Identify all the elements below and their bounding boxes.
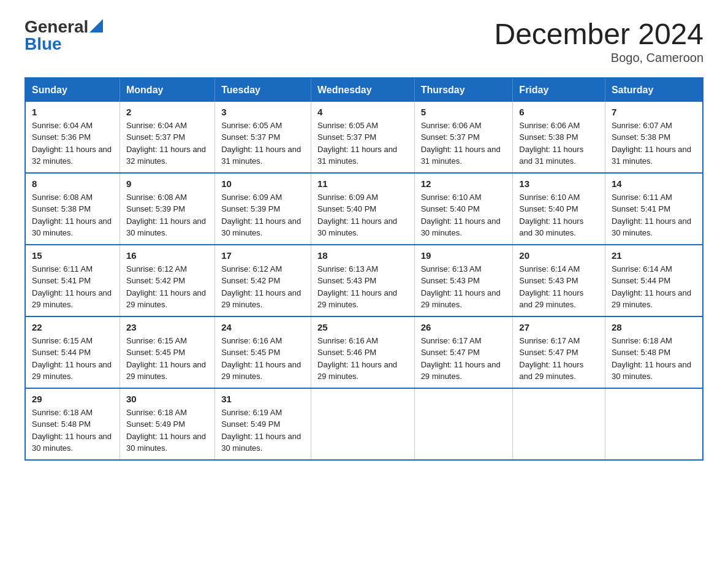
header-friday: Friday <box>513 78 605 102</box>
day-info: Sunrise: 6:12 AMSunset: 5:42 PMDaylight:… <box>126 263 208 311</box>
day-info: Sunrise: 6:11 AMSunset: 5:41 PMDaylight:… <box>612 191 696 239</box>
day-number: 10 <box>221 178 305 189</box>
day-info: Sunrise: 6:13 AMSunset: 5:43 PMDaylight:… <box>421 263 507 311</box>
day-number: 7 <box>612 107 696 117</box>
day-number: 14 <box>612 178 696 189</box>
day-info: Sunrise: 6:05 AMSunset: 5:37 PMDaylight:… <box>317 120 408 167</box>
calendar-cell: 26Sunrise: 6:17 AMSunset: 5:47 PMDayligh… <box>414 316 513 388</box>
day-info: Sunrise: 6:06 AMSunset: 5:37 PMDaylight:… <box>421 120 507 167</box>
day-info: Sunrise: 6:06 AMSunset: 5:38 PMDaylight:… <box>519 120 599 167</box>
calendar-cell: 18Sunrise: 6:13 AMSunset: 5:43 PMDayligh… <box>311 245 415 316</box>
day-info: Sunrise: 6:04 AMSunset: 5:37 PMDaylight:… <box>126 120 208 167</box>
day-info: Sunrise: 6:09 AMSunset: 5:39 PMDaylight:… <box>221 191 305 239</box>
calendar-cell: 19Sunrise: 6:13 AMSunset: 5:43 PMDayligh… <box>414 245 513 316</box>
day-info: Sunrise: 6:07 AMSunset: 5:38 PMDaylight:… <box>612 120 696 167</box>
day-number: 24 <box>221 322 305 332</box>
calendar-cell <box>311 388 415 460</box>
day-number: 31 <box>221 394 305 404</box>
day-number: 12 <box>421 178 507 189</box>
calendar-cell: 9Sunrise: 6:08 AMSunset: 5:39 PMDaylight… <box>119 173 214 245</box>
day-number: 2 <box>126 107 208 117</box>
day-info: Sunrise: 6:08 AMSunset: 5:38 PMDaylight:… <box>32 191 113 239</box>
day-info: Sunrise: 6:18 AMSunset: 5:48 PMDaylight:… <box>612 335 696 383</box>
day-number: 25 <box>317 322 408 332</box>
calendar-week-row: 29Sunrise: 6:18 AMSunset: 5:48 PMDayligh… <box>25 388 703 460</box>
day-number: 29 <box>32 394 113 404</box>
day-info: Sunrise: 6:18 AMSunset: 5:49 PMDaylight:… <box>126 407 208 454</box>
day-number: 18 <box>317 250 408 261</box>
day-number: 22 <box>32 322 113 332</box>
day-info: Sunrise: 6:05 AMSunset: 5:37 PMDaylight:… <box>221 120 305 167</box>
day-number: 28 <box>612 322 696 332</box>
calendar-body: 1Sunrise: 6:04 AMSunset: 5:36 PMDaylight… <box>25 102 703 460</box>
calendar-cell: 23Sunrise: 6:15 AMSunset: 5:45 PMDayligh… <box>119 316 214 388</box>
calendar-header: Sunday Monday Tuesday Wednesday Thursday… <box>25 78 703 102</box>
logo: General Blue <box>25 18 103 53</box>
day-info: Sunrise: 6:19 AMSunset: 5:49 PMDaylight:… <box>221 407 305 454</box>
day-info: Sunrise: 6:18 AMSunset: 5:48 PMDaylight:… <box>32 407 113 454</box>
calendar-cell: 2Sunrise: 6:04 AMSunset: 5:37 PMDaylight… <box>119 102 214 173</box>
day-number: 9 <box>126 178 208 189</box>
day-info: Sunrise: 6:12 AMSunset: 5:42 PMDaylight:… <box>221 263 305 311</box>
day-number: 27 <box>519 322 599 332</box>
calendar-week-row: 15Sunrise: 6:11 AMSunset: 5:41 PMDayligh… <box>25 245 703 316</box>
calendar-week-row: 1Sunrise: 6:04 AMSunset: 5:36 PMDaylight… <box>25 102 703 173</box>
calendar-cell <box>605 388 703 460</box>
header-sunday: Sunday <box>25 78 119 102</box>
calendar-cell: 28Sunrise: 6:18 AMSunset: 5:48 PMDayligh… <box>605 316 703 388</box>
day-info: Sunrise: 6:13 AMSunset: 5:43 PMDaylight:… <box>317 263 408 311</box>
calendar-week-row: 8Sunrise: 6:08 AMSunset: 5:38 PMDaylight… <box>25 173 703 245</box>
day-number: 17 <box>221 250 305 261</box>
title-block: December 2024 Bogo, Cameroon <box>494 18 703 65</box>
day-info: Sunrise: 6:10 AMSunset: 5:40 PMDaylight:… <box>421 191 507 239</box>
calendar-cell: 31Sunrise: 6:19 AMSunset: 5:49 PMDayligh… <box>215 388 311 460</box>
day-info: Sunrise: 6:11 AMSunset: 5:41 PMDaylight:… <box>32 263 113 311</box>
calendar-cell: 15Sunrise: 6:11 AMSunset: 5:41 PMDayligh… <box>25 245 119 316</box>
calendar-subtitle: Bogo, Cameroon <box>494 51 703 65</box>
calendar-cell: 3Sunrise: 6:05 AMSunset: 5:37 PMDaylight… <box>215 102 311 173</box>
day-number: 4 <box>317 107 408 117</box>
day-number: 30 <box>126 394 208 404</box>
calendar-cell: 12Sunrise: 6:10 AMSunset: 5:40 PMDayligh… <box>414 173 513 245</box>
calendar-cell: 11Sunrise: 6:09 AMSunset: 5:40 PMDayligh… <box>311 173 415 245</box>
logo-triangle-icon <box>89 19 103 33</box>
day-info: Sunrise: 6:08 AMSunset: 5:39 PMDaylight:… <box>126 191 208 239</box>
day-number: 5 <box>421 107 507 117</box>
svg-marker-0 <box>89 19 103 33</box>
logo-general-text: General <box>25 18 88 36</box>
calendar-cell: 17Sunrise: 6:12 AMSunset: 5:42 PMDayligh… <box>215 245 311 316</box>
calendar-title: December 2024 <box>494 18 703 51</box>
day-info: Sunrise: 6:17 AMSunset: 5:47 PMDaylight:… <box>421 335 507 383</box>
calendar-cell: 7Sunrise: 6:07 AMSunset: 5:38 PMDaylight… <box>605 102 703 173</box>
calendar-cell: 20Sunrise: 6:14 AMSunset: 5:43 PMDayligh… <box>513 245 605 316</box>
logo-blue-text: Blue <box>25 34 62 53</box>
header-tuesday: Tuesday <box>215 78 311 102</box>
day-number: 3 <box>221 107 305 117</box>
calendar-cell: 10Sunrise: 6:09 AMSunset: 5:39 PMDayligh… <box>215 173 311 245</box>
calendar-cell: 8Sunrise: 6:08 AMSunset: 5:38 PMDaylight… <box>25 173 119 245</box>
day-number: 20 <box>519 250 599 261</box>
calendar-cell: 4Sunrise: 6:05 AMSunset: 5:37 PMDaylight… <box>311 102 415 173</box>
day-info: Sunrise: 6:16 AMSunset: 5:45 PMDaylight:… <box>221 335 305 383</box>
header-wednesday: Wednesday <box>311 78 415 102</box>
day-info: Sunrise: 6:16 AMSunset: 5:46 PMDaylight:… <box>317 335 408 383</box>
calendar-cell: 22Sunrise: 6:15 AMSunset: 5:44 PMDayligh… <box>25 316 119 388</box>
calendar-cell: 30Sunrise: 6:18 AMSunset: 5:49 PMDayligh… <box>119 388 214 460</box>
day-number: 1 <box>32 107 113 117</box>
day-info: Sunrise: 6:10 AMSunset: 5:40 PMDaylight:… <box>519 191 599 239</box>
calendar-cell: 5Sunrise: 6:06 AMSunset: 5:37 PMDaylight… <box>414 102 513 173</box>
day-number: 11 <box>317 178 408 189</box>
day-info: Sunrise: 6:17 AMSunset: 5:47 PMDaylight:… <box>519 335 599 383</box>
calendar-cell: 16Sunrise: 6:12 AMSunset: 5:42 PMDayligh… <box>119 245 214 316</box>
header-saturday: Saturday <box>605 78 703 102</box>
calendar-cell <box>414 388 513 460</box>
day-number: 16 <box>126 250 208 261</box>
header-monday: Monday <box>119 78 214 102</box>
day-number: 23 <box>126 322 208 332</box>
calendar-cell: 13Sunrise: 6:10 AMSunset: 5:40 PMDayligh… <box>513 173 605 245</box>
calendar-cell: 14Sunrise: 6:11 AMSunset: 5:41 PMDayligh… <box>605 173 703 245</box>
day-info: Sunrise: 6:15 AMSunset: 5:44 PMDaylight:… <box>32 335 113 383</box>
header-row: Sunday Monday Tuesday Wednesday Thursday… <box>25 78 703 102</box>
day-number: 21 <box>612 250 696 261</box>
day-info: Sunrise: 6:09 AMSunset: 5:40 PMDaylight:… <box>317 191 408 239</box>
